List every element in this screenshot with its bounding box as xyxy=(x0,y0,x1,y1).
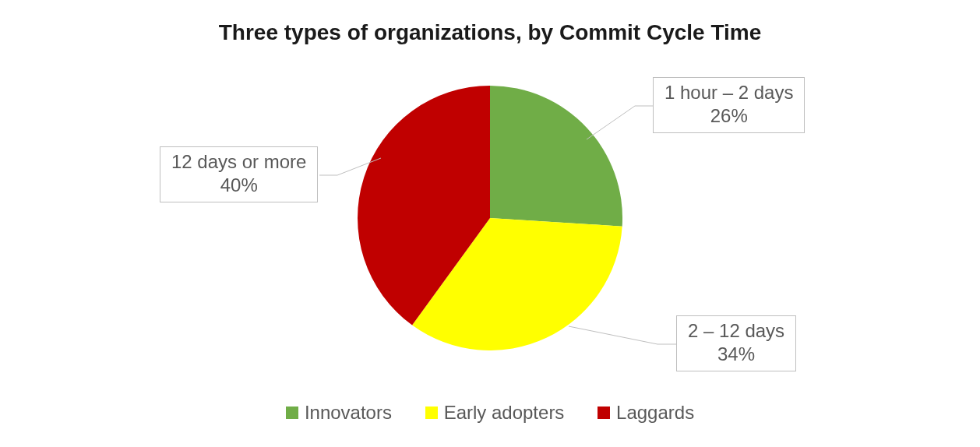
callout-innovators: 1 hour – 2 days 26% xyxy=(653,77,805,133)
callout-pct: 34% xyxy=(688,343,784,366)
pie-chart: Three types of organizations, by Commit … xyxy=(0,0,980,447)
callout-pct: 40% xyxy=(171,174,306,197)
legend-label: Innovators xyxy=(305,402,392,424)
legend: Innovators Early adopters Laggards xyxy=(0,402,980,424)
pie xyxy=(358,86,622,350)
legend-label: Laggards xyxy=(616,402,694,424)
callout-label: 1 hour – 2 days xyxy=(664,81,793,104)
pie-slice xyxy=(490,86,622,227)
callout-label: 2 – 12 days xyxy=(688,319,784,343)
legend-label: Early adopters xyxy=(444,402,565,424)
chart-title: Three types of organizations, by Commit … xyxy=(0,20,980,45)
callout-pct: 26% xyxy=(664,104,793,128)
legend-item-innovators: Innovators xyxy=(286,402,392,424)
callout-early-adopters: 2 – 12 days 34% xyxy=(676,315,796,371)
callout-label: 12 days or more xyxy=(171,150,306,174)
legend-item-laggards: Laggards xyxy=(598,402,694,424)
legend-swatch xyxy=(598,407,610,419)
legend-item-early-adopters: Early adopters xyxy=(425,402,565,424)
legend-swatch xyxy=(425,407,438,419)
callout-laggards: 12 days or more 40% xyxy=(160,146,318,202)
legend-swatch xyxy=(286,407,298,419)
